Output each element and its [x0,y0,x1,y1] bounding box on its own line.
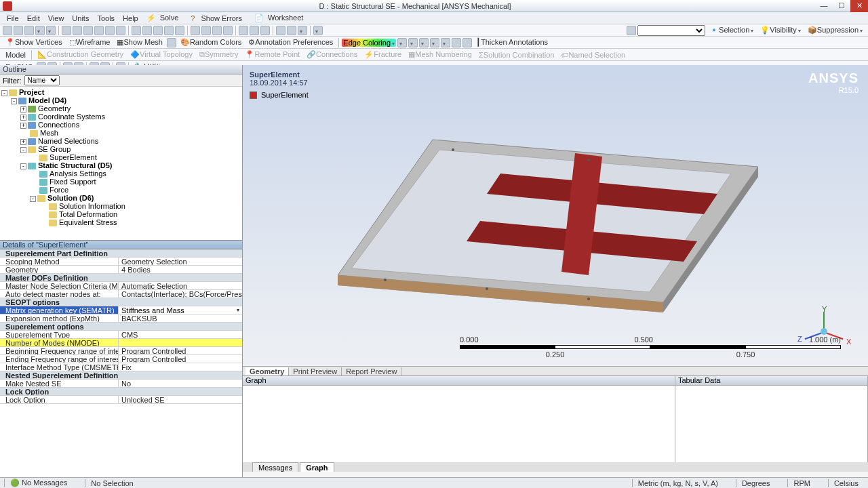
wireframe-button[interactable]: ⬚Wireframe [66,38,113,47]
status-units: Metric (m, kg, N, s, V, A) [632,479,724,487]
select-icon[interactable] [3,26,12,35]
detail-row[interactable]: Ending Frequency range of interest (FREQ… [0,355,242,363]
filter-combo[interactable]: Name [24,75,60,85]
tab-geometry[interactable]: Geometry [245,367,289,375]
selection-icon[interactable] [24,26,34,35]
worksheet-button[interactable]: 📄Worksheet [250,14,311,22]
solve-button[interactable]: ⚡Solve [142,14,187,22]
svg-point-9 [486,287,488,290]
toolbar-nav: 🔹Selection 💡Visibility 📦Suppression [0,24,868,37]
view-icon[interactable] [298,26,307,35]
view-icon[interactable] [276,26,285,35]
edge-icon[interactable] [419,38,429,47]
detail-row[interactable]: Geometry4 Bodies [0,266,242,274]
detail-row-required[interactable]: Number of Modes (NMODE) [0,339,242,347]
detail-row[interactable]: Make Nested SENo [0,380,242,388]
menu-help[interactable]: Help [119,14,142,22]
view-icon[interactable] [260,26,270,35]
toolbar-icon[interactable] [167,38,176,47]
graph-header: Graph [243,376,675,386]
detail-row[interactable]: Beginning Frequency range of interest (F… [0,347,242,355]
menu-units[interactable]: Units [68,14,93,22]
svg-point-10 [587,298,590,300]
detail-row[interactable]: Interface Method Type (CMSMETH)Fix [0,363,242,371]
construction-geometry-button: 📐Construction Geometry [35,50,126,59]
pan-icon[interactable] [153,26,163,35]
detail-row[interactable]: Superelement TypeCMS [0,331,242,339]
face-icon[interactable] [83,26,93,35]
show-vertices-button[interactable]: 📍Show Vertices [3,38,65,47]
view-icon[interactable] [239,26,248,35]
status-degrees: Degrees [736,479,776,487]
menu-view[interactable]: View [44,14,68,22]
random-colors-button[interactable]: 🎨Random Colors [178,38,244,47]
ansys-logo: ANSYS R15.0 [808,70,859,94]
view-icon[interactable] [313,26,323,35]
detail-row[interactable]: Expansion method (ExpMth)BACKSUB [0,314,242,323]
edge-icon[interactable] [397,38,407,47]
status-celsius: Celsius [828,479,864,487]
zoom-box-icon[interactable] [201,26,211,35]
rotate-icon[interactable] [14,26,23,35]
connections-button: 🔗Connections [304,50,360,59]
tab-graph[interactable]: Graph [300,462,334,472]
solution-combination-button: ΣSolution Combination [476,51,557,59]
zoom-fit-icon[interactable] [191,26,200,35]
vertex-icon[interactable] [62,26,71,35]
view-icon[interactable] [250,26,259,35]
magnify-icon[interactable] [175,26,184,35]
detail-row[interactable]: Master Node Selection Criteria (M)Automa… [0,282,242,290]
toolbar-icon[interactable] [627,26,636,35]
visibility-dropdown[interactable]: 💡Visibility [757,26,804,35]
menubar: File Edit View Units Tools Help ⚡Solve ?… [0,12,868,24]
node-icon[interactable] [105,26,115,35]
filter-label: Filter: [3,77,22,85]
menu-tools[interactable]: Tools [93,14,119,22]
detail-row-selected[interactable]: Matrix generation key (SEMATR)Stiffness … [0,306,242,314]
detail-row[interactable]: Scoping MethodGeometry Selection [0,258,242,266]
minimize-button[interactable]: — [815,0,833,12]
assembly-combo[interactable] [637,25,705,36]
select-mode-icon[interactable] [35,26,45,35]
selection-dropdown[interactable]: 🔹Selection [707,26,756,35]
edge-icon[interactable] [441,38,450,47]
zoom-out-icon[interactable] [223,26,233,35]
graph-pane: Graph [243,376,675,462]
tabular-header: Tabular Data [675,376,867,386]
tab-report-preview[interactable]: Report Preview [342,367,401,375]
show-mesh-button[interactable]: ▦Show Mesh [114,38,165,47]
tab-messages[interactable]: Messages [252,462,298,472]
edge-icon[interactable] [73,26,82,35]
menu-edit[interactable]: Edit [23,14,44,22]
zoom-icon[interactable] [142,26,152,35]
edge-icon[interactable] [408,38,418,47]
extend-icon[interactable] [132,26,141,35]
maximize-button[interactable]: ☐ [833,0,850,12]
status-selection: No Selection [85,479,138,487]
body-icon[interactable] [94,26,104,35]
svg-point-11 [452,148,454,151]
status-rpm: RPM [787,479,815,487]
view-icon[interactable] [287,26,296,35]
edge-icon[interactable] [452,38,461,47]
annotation-prefs-button[interactable]: ⚙Annotation Preferences [245,38,336,47]
tab-print-preview[interactable]: Print Preview [289,367,342,375]
detail-row[interactable]: Auto detect master nodes at:Contacts(Int… [0,290,242,298]
outline-tree[interactable]: -Project -Model (D4) +Geometry +Coordina… [0,87,242,240]
viewport-tabs: Geometry Print Preview Report Preview [243,366,868,375]
element-icon[interactable] [116,26,125,35]
viewport[interactable]: SuperElement 18.09.2014 14:57 SuperEleme… [243,65,868,477]
thicken-annotations-button[interactable]: ┃Thicken Annotations [473,38,551,47]
menu-file[interactable]: File [3,14,23,22]
close-button[interactable]: ✕ [850,0,868,12]
edge-coloring-button[interactable]: Edge Coloring [342,39,396,47]
show-errors-button[interactable]: ? Show Errors [186,14,250,22]
status-messages[interactable]: 🟢 No Messages [4,479,73,487]
zoom-in-icon[interactable] [212,26,222,35]
suppression-dropdown[interactable]: 📦Suppression [805,26,865,35]
fit-icon[interactable] [164,26,174,35]
edge-icon[interactable] [462,38,472,47]
detail-row[interactable]: Lock OptionUnlocked SE [0,396,242,404]
edge-icon[interactable] [430,38,439,47]
select-mode-icon[interactable] [46,26,56,35]
